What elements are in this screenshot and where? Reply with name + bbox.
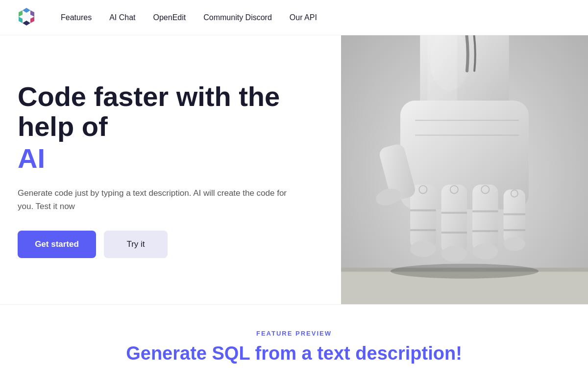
svg-marker-3 <box>30 17 34 23</box>
feature-preview-title: Generate SQL from a text description! <box>126 343 462 364</box>
feature-title-prefix: Generate <box>126 343 212 364</box>
svg-point-19 <box>410 241 436 257</box>
hero-content: Code faster with the help of AI Generate… <box>0 35 341 304</box>
logo[interactable] <box>16 7 37 28</box>
svg-rect-17 <box>410 210 436 211</box>
hero-buttons: Get started Try it <box>18 231 325 258</box>
svg-marker-1 <box>23 8 30 13</box>
hero-title-ai: AI <box>18 142 325 175</box>
try-it-button[interactable]: Try it <box>104 231 168 258</box>
svg-marker-2 <box>30 10 34 17</box>
svg-rect-30 <box>504 229 525 231</box>
hero-section: Code faster with the help of AI Generate… <box>0 35 588 304</box>
svg-rect-16 <box>410 184 436 249</box>
svg-rect-25 <box>472 210 498 212</box>
hero-image <box>341 35 588 304</box>
hero-description: Generate code just by typing a text desc… <box>18 186 292 213</box>
robot-hand-illustration <box>341 35 588 304</box>
get-started-button[interactable]: Get started <box>18 231 96 258</box>
svg-rect-21 <box>441 212 467 214</box>
nav-item-community-discord[interactable]: Community Discord <box>203 13 272 22</box>
hero-title-line2: help of <box>18 111 325 142</box>
nav-item-openedit[interactable]: OpenEdit <box>153 13 186 22</box>
svg-rect-26 <box>472 230 498 232</box>
navbar: Features AI Chat OpenEdit Community Disc… <box>0 0 588 35</box>
svg-point-27 <box>472 243 498 259</box>
svg-point-38 <box>391 264 539 279</box>
svg-rect-24 <box>472 184 498 251</box>
svg-marker-6 <box>19 10 23 17</box>
feature-title-suffix: from a text description! <box>250 343 462 364</box>
hero-title-line1: Code faster with the <box>18 81 325 112</box>
svg-marker-5 <box>19 17 23 23</box>
svg-rect-22 <box>441 232 467 234</box>
svg-rect-18 <box>410 229 436 231</box>
svg-marker-7 <box>23 13 30 21</box>
feature-title-highlight: SQL <box>212 343 250 364</box>
svg-rect-29 <box>504 213 525 215</box>
nav-item-our-api[interactable]: Our API <box>290 13 317 22</box>
nav-item-ai-chat[interactable]: AI Chat <box>109 13 135 22</box>
feature-preview-label: FEATURE PREVIEW <box>256 330 332 337</box>
svg-rect-28 <box>504 189 525 244</box>
svg-point-31 <box>504 237 525 251</box>
svg-marker-4 <box>23 21 30 26</box>
svg-point-23 <box>441 246 467 262</box>
nav-item-features[interactable]: Features <box>61 13 92 22</box>
svg-rect-20 <box>441 184 467 254</box>
nav-links: Features AI Chat OpenEdit Community Disc… <box>61 13 317 22</box>
feature-preview-section: FEATURE PREVIEW Generate SQL from a text… <box>0 304 588 368</box>
